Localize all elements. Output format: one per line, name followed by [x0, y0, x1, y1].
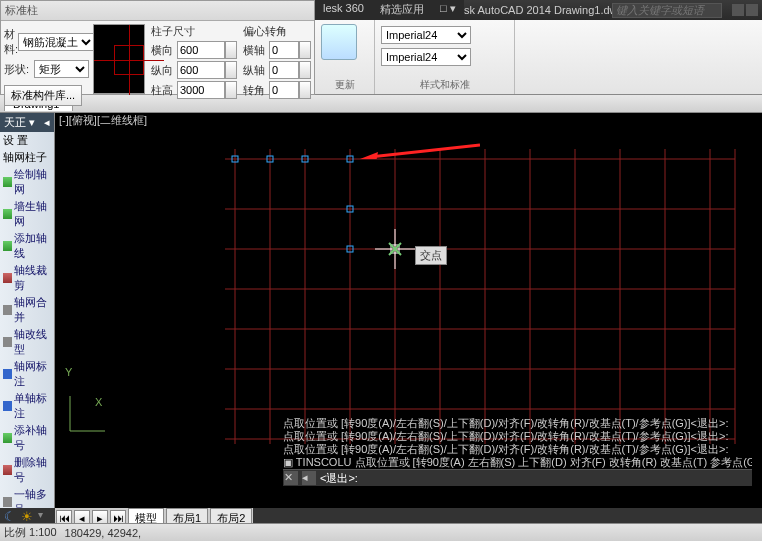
depth-input[interactable] [177, 61, 225, 79]
collapse-icon[interactable]: ◂ [44, 116, 50, 129]
command-item[interactable]: 一轴多号 [0, 486, 54, 508]
ucs-icon: Y X [65, 396, 105, 438]
depth-label: 纵向 [151, 63, 177, 78]
command-line: ▣ TINSCOLU 点取位置或 [转90度(A) 左右翻(S) 上下翻(D) … [283, 456, 752, 469]
moon-icon[interactable]: ☾ [4, 509, 18, 523]
command-line: 点取位置或 [转90度(A)/左右翻(S)/上下翻(D)/对齐(F)/改转角(R… [283, 430, 752, 443]
rx-spin[interactable] [299, 41, 311, 59]
depth-spin[interactable] [225, 61, 237, 79]
scale-label[interactable]: 比例 1:100 [4, 525, 57, 540]
height-input[interactable] [177, 81, 225, 99]
blue-icon [3, 401, 12, 411]
command-label: 绘制轴网 [14, 167, 51, 197]
command-label: 设 置 [3, 133, 28, 148]
command-icon[interactable]: ✕ [284, 471, 298, 485]
plus-icon [3, 177, 12, 187]
command-item[interactable]: 轴线裁剪 [0, 262, 54, 294]
view-mode-icons: ☾ ☀ ▾ [0, 508, 56, 523]
rz-label: 转角 [243, 83, 269, 98]
shape-label: 形状: [4, 62, 34, 77]
rx-input[interactable] [269, 41, 299, 59]
command-line: 点取位置或 [转90度(A)/左右翻(S)/上下翻(D)/对齐(F)/改转角(R… [283, 417, 752, 430]
height-label: 柱高 [151, 83, 177, 98]
command-item[interactable]: 绘制轴网 [0, 166, 54, 198]
command-item[interactable]: 轴改线型 [0, 326, 54, 358]
ribbon-panel-label: 样式和标准 [375, 78, 514, 92]
minus-icon [3, 465, 12, 475]
snap-tooltip: 交点 [415, 246, 447, 265]
svg-marker-33 [360, 152, 378, 159]
rx-label: 横轴 [243, 43, 269, 58]
height-spin[interactable] [225, 81, 237, 99]
minus-icon [3, 273, 12, 283]
command-item[interactable]: 添加轴线 [0, 230, 54, 262]
command-label: 添补轴号 [14, 423, 51, 453]
material-label: 材料: [4, 27, 18, 57]
command-icon[interactable]: ◂ [302, 471, 316, 485]
material-select[interactable]: 钢筋混凝土 [18, 33, 95, 51]
dropdown-icon[interactable]: ▾ [38, 509, 52, 523]
command-label: 轴改线型 [14, 327, 51, 357]
dim-header: 柱子尺寸 [151, 24, 237, 39]
blue-icon [3, 369, 12, 379]
rz-spin[interactable] [299, 81, 311, 99]
plus-icon [3, 241, 12, 251]
command-label: 删除轴号 [14, 455, 51, 485]
rotation-header: 偏心转角 [243, 24, 311, 39]
command-input[interactable] [320, 472, 751, 484]
command-item[interactable]: 设 置 [0, 132, 54, 149]
standard-library-button[interactable]: 标准构件库... [4, 85, 82, 106]
plus-icon [3, 433, 12, 443]
shape-select[interactable]: 矩形 [34, 60, 89, 78]
update-button[interactable] [321, 24, 357, 60]
width-input[interactable] [177, 41, 225, 59]
ribbon-panel-styles: Imperial24 Imperial24 样式和标准 [375, 20, 515, 94]
viewport-label[interactable]: [-][俯视][二维线框] [55, 113, 151, 129]
command-item[interactable]: 轴网标注 [0, 358, 54, 390]
rz-input[interactable] [269, 81, 299, 99]
command-item[interactable]: 墙生轴网 [0, 198, 54, 230]
ribbon-tab-more[interactable]: □ ▾ [432, 0, 464, 20]
command-item[interactable]: 轴网柱子 [0, 149, 54, 166]
dim-style-select[interactable]: Imperial24 [381, 26, 471, 44]
column-properties-panel: 标准柱 材料: 钢筋混凝土 形状: 矩形 标准构件库... 柱子尺寸 横向 纵向… [0, 0, 315, 95]
status-bar: 比例 1:100 180429, 42942, [0, 523, 762, 541]
command-input-row: ✕ ◂ [283, 469, 752, 486]
command-history: 点取位置或 [转90度(A)/左右翻(S)/上下翻(D)/对齐(F)/改转角(R… [283, 417, 752, 486]
ribbon-tab-featured[interactable]: 精选应用 [372, 0, 432, 20]
ry-input[interactable] [269, 61, 299, 79]
minimize-button[interactable] [732, 4, 744, 16]
axis-grid [55, 129, 762, 444]
sun-icon[interactable]: ☀ [21, 509, 35, 523]
ribbon: 更新 Imperial24 Imperial24 样式和标准 [315, 20, 762, 95]
command-label: 轴网合并 [14, 295, 51, 325]
command-item[interactable]: 轴网合并 [0, 294, 54, 326]
ribbon-tab-360[interactable]: lesk 360 [315, 0, 372, 20]
ribbon-panel-label: 更新 [315, 78, 374, 92]
tangent-command-panel: 天正 ▾◂ 设 置轴网柱子绘制轴网墙生轴网添加轴线轴线裁剪轴网合并轴改线型轴网标… [0, 113, 55, 508]
command-label: 轴线裁剪 [14, 263, 51, 293]
svg-line-32 [370, 145, 480, 157]
command-label: 墙生轴网 [14, 199, 51, 229]
width-spin[interactable] [225, 41, 237, 59]
gray-icon [3, 305, 12, 315]
gray-icon [3, 497, 12, 507]
command-item[interactable]: 单轴标注 [0, 390, 54, 422]
text-style-select[interactable]: Imperial24 [381, 48, 471, 66]
help-search-input[interactable] [612, 3, 722, 18]
drawing-canvas[interactable]: [-][俯视][二维线框] 交点 [55, 113, 762, 508]
window-controls [732, 4, 758, 16]
command-item[interactable]: 删除轴号 [0, 454, 54, 486]
command-label: 添加轴线 [14, 231, 51, 261]
close-button[interactable] [746, 4, 758, 16]
command-label: 一轴多号 [14, 487, 51, 508]
command-line: 点取位置或 [转90度(A)/左右翻(S)/上下翻(D)/对齐(F)/改转角(R… [283, 443, 752, 456]
command-item[interactable]: 添补轴号 [0, 422, 54, 454]
ry-spin[interactable] [299, 61, 311, 79]
panel-title: 标准柱 [1, 1, 314, 21]
panel-header[interactable]: 天正 ▾◂ [0, 113, 54, 132]
width-label: 横向 [151, 43, 177, 58]
command-label: 轴网标注 [14, 359, 51, 389]
ry-label: 纵轴 [243, 63, 269, 78]
plus-icon [3, 209, 12, 219]
